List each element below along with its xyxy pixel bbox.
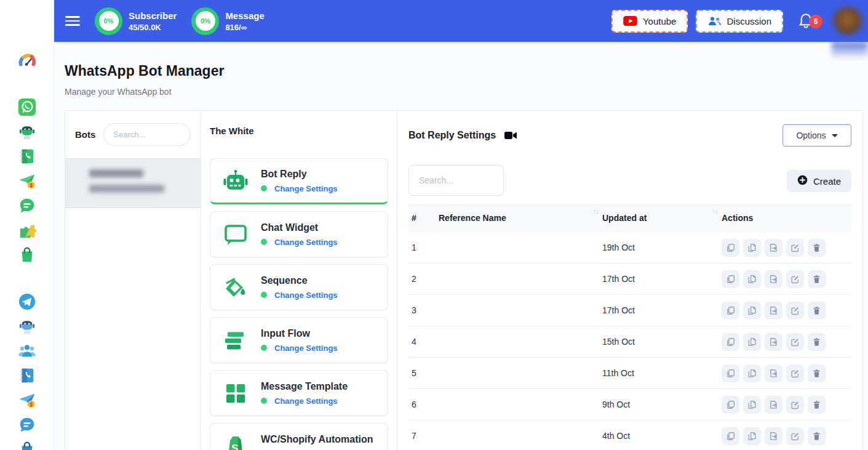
feature-card-sequence[interactable]: Sequence Change Settings — [210, 264, 388, 310]
broadcast-green-icon[interactable]: 1 — [17, 171, 37, 191]
chat-widget-icon — [221, 220, 250, 249]
table-row: 2 17th Oct — [408, 263, 851, 295]
export-button[interactable] — [765, 239, 782, 257]
edit-button[interactable] — [786, 239, 804, 257]
col-header-updated-at[interactable]: Updated at ↑↓ — [602, 213, 722, 223]
edit-button[interactable] — [786, 302, 804, 319]
feature-card-input-flow[interactable]: Input Flow Change Settings — [210, 317, 388, 363]
table-row: 6 9th Oct — [408, 389, 851, 420]
export-button[interactable] — [765, 364, 782, 382]
create-button[interactable]: Create — [787, 170, 851, 192]
delete-button[interactable] — [808, 270, 826, 288]
chat-green-icon[interactable] — [17, 196, 37, 215]
col-header-reference-name[interactable]: Reference Name ↑↓ — [439, 213, 602, 223]
copy-button[interactable] — [722, 270, 739, 288]
bots-search-input[interactable] — [103, 123, 191, 146]
user-menu-blur — [832, 42, 868, 59]
contacts-blue-icon[interactable] — [17, 366, 37, 385]
change-settings-link[interactable]: Change Settings — [274, 238, 338, 247]
status-dot — [261, 398, 267, 404]
delete-button[interactable] — [808, 427, 826, 445]
chat-blue-icon[interactable] — [17, 415, 37, 435]
table-search-input[interactable] — [408, 165, 504, 196]
youtube-button[interactable]: Youtube — [611, 10, 688, 33]
svg-text:1: 1 — [30, 401, 33, 408]
duplicate-button[interactable] — [743, 239, 761, 257]
create-button-label: Create — [813, 176, 841, 187]
integration-green-icon[interactable] — [17, 220, 37, 240]
export-button[interactable] — [765, 270, 782, 288]
edit-button[interactable] — [786, 270, 804, 288]
delete-button[interactable] — [808, 364, 826, 382]
export-button[interactable] — [765, 427, 782, 445]
discussion-users-icon — [707, 16, 721, 26]
bot-features-panel: The White Bot Reply Change Settings Chat… — [201, 111, 397, 450]
dashboard-gauge-icon[interactable] — [17, 50, 37, 70]
bot-list-item-selected[interactable] — [65, 158, 201, 208]
feature-card-message-template[interactable]: Message Template Change Settings — [210, 370, 388, 416]
telegram-icon[interactable] — [17, 292, 37, 311]
youtube-icon — [623, 16, 637, 26]
feature-title: Sequence — [261, 275, 338, 286]
copy-button[interactable] — [722, 396, 739, 414]
updated-at: 15th Oct — [602, 337, 722, 347]
sort-icon[interactable]: ↑↓ — [593, 207, 599, 215]
users-blue-icon[interactable] — [17, 341, 37, 361]
export-button[interactable] — [765, 333, 782, 351]
shop-green-icon[interactable] — [17, 245, 37, 265]
plus-circle-icon — [797, 175, 808, 187]
whatsapp-icon[interactable] — [17, 97, 37, 117]
row-actions — [722, 427, 851, 445]
notifications-button[interactable]: 6 — [798, 12, 814, 30]
bot-green-icon[interactable] — [17, 122, 37, 142]
subscriber-progress-ring: 0% — [95, 7, 122, 35]
duplicate-button[interactable] — [743, 333, 761, 351]
video-camera-icon[interactable] — [504, 131, 517, 140]
row-actions — [722, 333, 851, 351]
copy-button[interactable] — [722, 333, 739, 351]
edit-button[interactable] — [786, 333, 804, 351]
col-header-actions: Actions — [722, 213, 851, 223]
duplicate-button[interactable] — [743, 270, 761, 288]
subscriber-value: 45/50.0K — [129, 23, 177, 32]
duplicate-button[interactable] — [743, 396, 761, 414]
feature-card-wc-shopify-automation[interactable]: S WC/Shopify Automation Change Settings — [210, 423, 388, 450]
edit-button[interactable] — [786, 396, 804, 414]
feature-card-chat-widget[interactable]: Chat Widget Change Settings — [210, 211, 388, 257]
duplicate-button[interactable] — [743, 302, 761, 319]
discussion-button[interactable]: Discussion — [696, 10, 783, 33]
duplicate-button[interactable] — [743, 364, 761, 382]
copy-button[interactable] — [722, 364, 739, 382]
edit-button[interactable] — [786, 427, 804, 445]
delete-button[interactable] — [808, 333, 826, 351]
export-button[interactable] — [765, 302, 782, 319]
shop-blue-icon[interactable] — [17, 440, 37, 450]
sort-icon[interactable]: ↑↓ — [712, 207, 718, 215]
copy-button[interactable] — [722, 427, 739, 445]
delete-button[interactable] — [808, 302, 826, 319]
contacts-green-icon[interactable] — [17, 147, 37, 166]
bot-phone-redacted — [89, 185, 164, 193]
caret-down-icon — [832, 134, 838, 137]
copy-button[interactable] — [722, 302, 739, 319]
delete-button[interactable] — [808, 239, 826, 257]
copy-button[interactable] — [722, 239, 739, 257]
change-settings-link[interactable]: Change Settings — [274, 184, 338, 193]
change-settings-link[interactable]: Change Settings — [274, 291, 338, 300]
settings-panel-title: Bot Reply Settings — [408, 130, 496, 141]
status-dot — [261, 239, 267, 245]
status-dot — [261, 185, 267, 191]
bot-blue-icon[interactable] — [17, 316, 37, 336]
export-button[interactable] — [765, 396, 782, 414]
edit-button[interactable] — [786, 364, 804, 382]
hamburger-icon[interactable] — [65, 14, 80, 28]
change-settings-link[interactable]: Change Settings — [274, 396, 338, 406]
options-button[interactable]: Options — [782, 124, 851, 147]
delete-button[interactable] — [808, 396, 826, 414]
user-avatar[interactable] — [834, 7, 862, 35]
duplicate-button[interactable] — [743, 427, 761, 445]
shopify-icon: S — [221, 432, 250, 450]
change-settings-link[interactable]: Change Settings — [274, 344, 338, 353]
broadcast-blue-icon[interactable]: 1 — [17, 390, 37, 410]
feature-card-bot-reply[interactable]: Bot Reply Change Settings — [210, 158, 388, 204]
